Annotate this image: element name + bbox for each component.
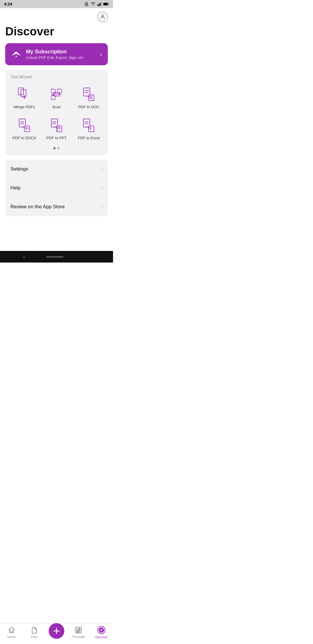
system-nav-bar: ‹	[0, 251, 113, 263]
svg-rect-5	[108, 3, 108, 5]
subscription-subtitle: Unlock PDF Edit, Export, Sign, etc	[26, 55, 83, 60]
pdf-to-docx-label: PDF to DOCX	[12, 136, 36, 140]
review-item[interactable]: Review on the App Store ›	[5, 198, 108, 216]
svg-rect-0	[97, 4, 98, 6]
header	[0, 8, 113, 22]
wifi-signal-icon	[11, 48, 21, 59]
carousel-dots	[8, 147, 105, 149]
review-label: Review on the App Store	[10, 204, 65, 210]
merge-pdfs-icon	[17, 87, 32, 102]
home-pill[interactable]	[46, 256, 63, 258]
back-arrow[interactable]: ‹	[23, 254, 25, 260]
tool-pdf-to-ppt[interactable]: PDF to PPT	[40, 115, 72, 143]
scan-icon	[49, 87, 64, 102]
pdf-to-excel-label: PDF to Excel	[78, 136, 100, 140]
page-title: Discover	[0, 22, 113, 43]
svg-rect-26	[23, 127, 25, 128]
signal-icon	[97, 2, 102, 6]
pdf-to-ppt-icon	[49, 118, 64, 133]
tool-pdf-to-docx[interactable]: PDF to DOCX	[8, 115, 40, 143]
subscription-text: My Subscription Unlock PDF Edit, Export,…	[26, 49, 83, 60]
status-icons	[84, 2, 109, 6]
svg-rect-36	[89, 126, 94, 132]
svg-point-8	[16, 56, 17, 57]
settings-item[interactable]: Settings ›	[5, 160, 108, 179]
svg-rect-2	[100, 3, 101, 6]
help-chevron: ›	[101, 185, 103, 191]
settings-chevron: ›	[101, 167, 103, 172]
tool-wizard: Tool Wizard Merge PDFs	[5, 70, 108, 155]
svg-rect-3	[101, 2, 102, 6]
subscription-title: My Subscription	[26, 49, 83, 55]
svg-rect-37	[88, 127, 89, 128]
menu-list: Settings › Help › Review on the App Stor…	[5, 160, 108, 216]
svg-rect-6	[104, 3, 108, 5]
svg-rect-21	[88, 96, 89, 97]
subscription-banner[interactable]: My Subscription Unlock PDF Edit, Export,…	[5, 43, 108, 65]
svg-rect-32	[55, 127, 57, 128]
subscription-icon	[11, 48, 21, 60]
tool-pdf-to-doc[interactable]: PDF to DOC	[73, 84, 105, 112]
pdf-to-excel-icon	[81, 118, 96, 133]
svg-point-7	[101, 15, 103, 17]
tool-pdf-to-excel[interactable]: PDF to Excel	[73, 115, 105, 143]
tool-merge-pdfs[interactable]: Merge PDFs	[8, 84, 40, 112]
status-time: 4:24	[4, 2, 12, 6]
subscription-chevron: ›	[100, 51, 102, 58]
wifi-icon	[90, 2, 96, 6]
pdf-to-docx-icon	[17, 118, 32, 133]
battery-icon	[103, 2, 109, 6]
avatar-icon	[99, 14, 106, 20]
status-bar: 4:24	[0, 0, 113, 8]
pdf-to-ppt-label: PDF to PPT	[46, 136, 66, 140]
svg-rect-20	[89, 95, 94, 101]
svg-rect-1	[99, 4, 99, 6]
tool-grid: Merge PDFs Scan	[8, 84, 105, 143]
tool-wizard-label: Tool Wizard	[8, 75, 105, 79]
pdf-to-doc-label: PDF to DOC	[78, 105, 99, 109]
help-label: Help	[10, 185, 21, 191]
mute-icon	[84, 2, 89, 6]
merge-pdfs-label: Merge PDFs	[14, 105, 35, 109]
dot-2[interactable]	[57, 147, 60, 149]
pdf-to-doc-icon	[81, 87, 96, 102]
scan-label: Scan	[52, 105, 61, 109]
review-chevron: ›	[101, 204, 103, 209]
tool-scan[interactable]: Scan	[40, 84, 72, 112]
subscription-left: My Subscription Unlock PDF Edit, Export,…	[11, 48, 83, 60]
dot-1[interactable]	[53, 147, 56, 149]
avatar[interactable]	[97, 12, 108, 22]
settings-label: Settings	[10, 166, 28, 172]
help-item[interactable]: Help ›	[5, 179, 108, 198]
